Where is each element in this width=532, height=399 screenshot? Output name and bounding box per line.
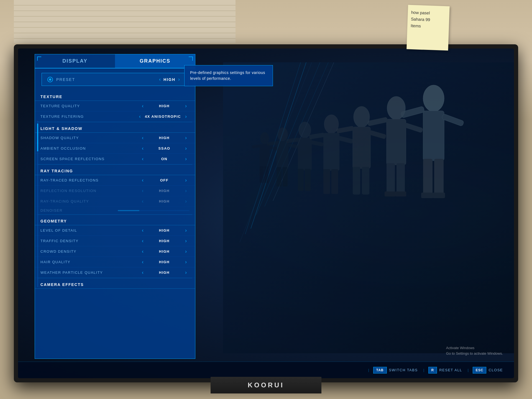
- arrow-left-crowd[interactable]: ‹: [139, 249, 146, 254]
- svg-rect-20: [397, 163, 405, 194]
- svg-rect-0: [223, 62, 514, 353]
- divider-3: [38, 214, 192, 215]
- activate-windows-line2: Go to Settings to activate Windows.: [446, 351, 503, 356]
- arrow-left-ambient-occlusion[interactable]: ‹: [139, 145, 146, 151]
- setting-crowd-density[interactable]: CROWD DENSITY ‹ HIGH ›: [35, 246, 195, 257]
- setting-texture-filtering[interactable]: TEXTURE FILTERING ‹ 4X ANISOTROPIC ›: [35, 111, 195, 122]
- setting-arrows-weather: ‹ HIGH ›: [139, 270, 190, 275]
- key-r[interactable]: R: [428, 367, 437, 374]
- key-esc[interactable]: ESC: [473, 367, 487, 374]
- setting-arrows-rtr: ‹ OFF ›: [139, 177, 190, 183]
- setting-value-rtq: HIGH: [148, 199, 181, 203]
- setting-ray-traced-reflections[interactable]: RAY-TRACED REFLECTIONS ‹ OFF ›: [35, 175, 195, 186]
- divider-1: [38, 122, 192, 122]
- svg-point-41: [277, 127, 288, 141]
- arrow-left-texture-filtering[interactable]: ‹: [136, 114, 144, 119]
- arrow-left-lod[interactable]: ‹: [139, 227, 146, 233]
- setting-value-shadow-quality: HIGH: [148, 136, 181, 140]
- setting-reflection-resolution[interactable]: REFLECTION RESOLUTION ‹ HIGH ›: [35, 186, 195, 196]
- arrow-right-hair[interactable]: ›: [182, 259, 190, 265]
- arrow-left-traffic[interactable]: ‹: [139, 238, 146, 244]
- arrow-right-rtq[interactable]: ›: [182, 198, 190, 204]
- setting-arrows-texture-filtering: ‹ 4X ANISOTROPIC ›: [136, 114, 190, 119]
- arrow-right-ambient-occlusion[interactable]: ›: [182, 145, 190, 151]
- arrow-right-rtr[interactable]: ›: [182, 177, 190, 183]
- monitor-bezel: DISPLAY GRAPHICS PRESET ‹ HIGH › TEXTURE: [14, 44, 518, 382]
- sticky-note: how pasel Sahara 99 Items: [406, 5, 449, 50]
- bottom-action-bar: | TAB SWITCH TABS | R RESET ALL | ESC CL…: [18, 362, 514, 378]
- scroll-thumb: [37, 124, 38, 151]
- sticky-note-text: how pasel Sahara 99 Items: [411, 9, 446, 30]
- preset-arrow-right[interactable]: ›: [175, 76, 183, 82]
- setting-value-texture-quality: HIGH: [148, 104, 181, 108]
- denoiser-slider-track[interactable]: [118, 210, 190, 211]
- arrow-left-reflection-res[interactable]: ‹: [139, 188, 146, 194]
- svg-rect-40: [305, 169, 311, 191]
- arrow-right-lod[interactable]: ›: [182, 227, 190, 233]
- preset-container: PRESET ‹ HIGH ›: [35, 68, 195, 90]
- action-switch-tabs: | TAB SWITCH TABS: [368, 367, 418, 374]
- arrow-right-texture-quality[interactable]: ›: [182, 103, 190, 109]
- preset-row[interactable]: PRESET ‹ HIGH ›: [42, 73, 188, 86]
- svg-point-23: [354, 106, 370, 127]
- svg-rect-21: [385, 191, 396, 196]
- svg-rect-27: [353, 167, 360, 195]
- setting-value-ssr: ON: [148, 157, 181, 161]
- arrow-right-shadow-quality[interactable]: ›: [182, 135, 190, 141]
- arrow-right-reflection-res[interactable]: ›: [182, 188, 190, 194]
- setting-label-denoiser: DENOISER: [40, 208, 112, 213]
- arrow-right-weather[interactable]: ›: [182, 270, 190, 275]
- setting-label-texture-filtering: TEXTURE FILTERING: [40, 114, 136, 119]
- setting-lod[interactable]: LEVEL OF DETAIL ‹ HIGH ›: [35, 225, 195, 236]
- setting-traffic-density[interactable]: TRAFFIC DENSITY ‹ HIGH ›: [35, 236, 195, 246]
- setting-ray-tracing-quality[interactable]: RAY-TRACING QUALITY ‹ HIGH ›: [35, 196, 195, 207]
- tab-graphics[interactable]: GRAPHICS: [115, 54, 195, 68]
- svg-rect-51: [260, 166, 264, 183]
- arrow-left-texture-quality[interactable]: ‹: [139, 103, 146, 109]
- setting-hair-quality[interactable]: HAIR QUALITY ‹ HIGH ›: [35, 257, 195, 267]
- setting-label-rtq: RAY-TRACING QUALITY: [40, 199, 139, 203]
- tooltip-text: Pre-defined graphics settings for variou…: [190, 70, 265, 81]
- arrow-right-crowd[interactable]: ›: [182, 249, 190, 254]
- setting-arrows-lod: ‹ HIGH ›: [139, 227, 190, 233]
- arrow-left-ssr[interactable]: ‹: [139, 156, 146, 162]
- setting-texture-quality[interactable]: TEXTURE QUALITY ‹ HIGH ›: [35, 101, 195, 111]
- arrow-right-traffic[interactable]: ›: [182, 238, 190, 244]
- setting-weather-particle[interactable]: WEATHER PARTICLE QUALITY ‹ HIGH ›: [35, 267, 195, 278]
- arrow-left-weather[interactable]: ‹: [139, 270, 146, 275]
- preset-arrow-left[interactable]: ‹: [156, 76, 163, 82]
- svg-rect-39: [298, 169, 304, 191]
- setting-label-shadow-quality: SHADOW QUALITY: [40, 136, 139, 140]
- svg-rect-11: [423, 159, 433, 195]
- activate-windows-line1: Activate Windows: [446, 345, 503, 351]
- section-header-ray-tracing: RAY TRACING: [35, 166, 195, 175]
- label-close: CLOSE: [488, 368, 503, 372]
- setting-shadow-quality[interactable]: SHADOW QUALITY ‹ HIGH ›: [35, 133, 195, 143]
- setting-ambient-occlusion[interactable]: AMBIENT OCCLUSION ‹ SSAO ›: [35, 143, 195, 154]
- setting-arrows-texture-quality: ‹ HIGH ›: [139, 103, 190, 109]
- svg-point-47: [260, 132, 269, 144]
- tab-display[interactable]: DISPLAY: [35, 54, 115, 68]
- arrow-left-rtq[interactable]: ‹: [139, 198, 146, 204]
- setting-label-crowd: CROWD DENSITY: [40, 249, 139, 254]
- denoiser-slider-fill: [118, 210, 139, 211]
- arrow-right-texture-filtering[interactable]: ›: [182, 114, 190, 119]
- arrow-left-rtr[interactable]: ‹: [139, 177, 146, 183]
- key-tab[interactable]: TAB: [373, 367, 387, 374]
- setting-screen-space-reflections[interactable]: SCREEN SPACE REFLECTIONS ‹ ON ›: [35, 154, 195, 164]
- arrow-left-shadow-quality[interactable]: ‹: [139, 135, 146, 141]
- svg-rect-24: [353, 127, 370, 168]
- section-header-light-shadow: LIGHT & SHADOW: [35, 124, 195, 133]
- label-switch-tabs: SWITCH TABS: [389, 368, 418, 372]
- svg-rect-34: [331, 169, 338, 194]
- svg-rect-30: [323, 133, 339, 171]
- setting-value-crowd: HIGH: [148, 249, 181, 254]
- setting-arrows-reflection-res: ‹ HIGH ›: [139, 188, 190, 194]
- svg-rect-16: [387, 119, 406, 165]
- figures-svg: [223, 62, 514, 353]
- action-close: | ESC CLOSE: [468, 367, 503, 374]
- arrow-right-ssr[interactable]: ›: [182, 156, 190, 162]
- divider-2: [38, 164, 192, 165]
- setting-denoiser: DENOISER: [35, 207, 195, 214]
- arrow-left-hair[interactable]: ‹: [139, 259, 146, 265]
